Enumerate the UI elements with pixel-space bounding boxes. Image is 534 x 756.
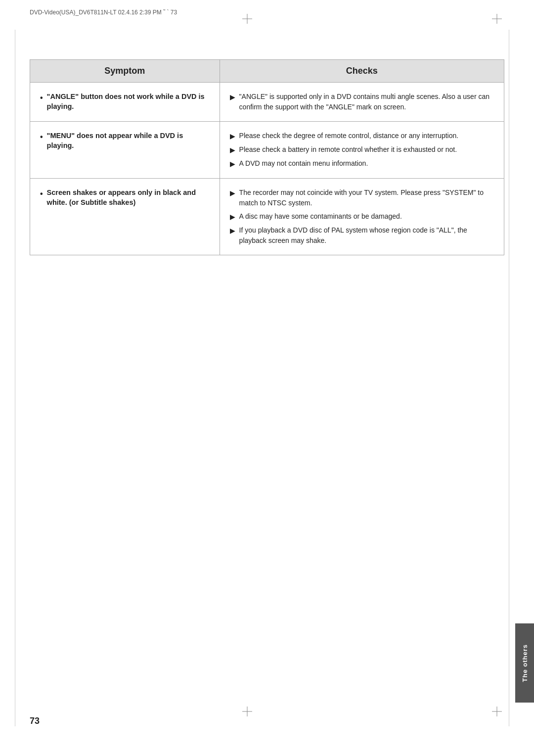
table-row: •"MENU" does not appear while a DVD is p… xyxy=(30,122,504,179)
symptom-text: "ANGLE" button does not work while a DVD… xyxy=(47,92,210,112)
bullet-icon: • xyxy=(40,93,43,103)
arrow-icon: ▶ xyxy=(230,92,235,102)
bullet-icon: • xyxy=(40,189,43,199)
arrow-icon: ▶ xyxy=(230,131,235,142)
checks-cell-2: ▶The recorder may not coincide with your… xyxy=(220,179,504,255)
checks-cell-1: ▶Please check the degree of remote contr… xyxy=(220,122,504,179)
arrow-icon: ▶ xyxy=(230,212,235,222)
page-number: 73 xyxy=(30,716,40,726)
right-border-line xyxy=(509,30,509,726)
check-text: If you playback a DVD disc of PAL system… xyxy=(239,225,494,246)
crosshair-top-right xyxy=(492,14,502,24)
side-tab-label: The others xyxy=(521,644,529,682)
symptom-cell-1: •"MENU" does not appear while a DVD is p… xyxy=(30,122,220,179)
check-text: Please check a battery in remote control… xyxy=(239,144,494,155)
table-row: •Screen shakes or appears only in black … xyxy=(30,179,504,255)
arrow-icon: ▶ xyxy=(230,159,235,169)
checks-header: Checks xyxy=(220,60,504,83)
table-row: •"ANGLE" button does not work while a DV… xyxy=(30,83,504,122)
check-item: ▶Please check a battery in remote contro… xyxy=(230,144,494,155)
page-header: DVD-Video(USA)_DV6T811N-LT 02.4.16 2:39 … xyxy=(30,9,494,16)
symptom-item: •Screen shakes or appears only in black … xyxy=(40,188,210,208)
side-tab: The others xyxy=(515,623,534,703)
left-border-line xyxy=(15,30,15,726)
check-item: ▶"ANGLE" is supported only in a DVD cont… xyxy=(230,92,494,112)
check-item: ▶A DVD may not contain menu information. xyxy=(230,158,494,169)
main-content: Symptom Checks •"ANGLE" button does not … xyxy=(30,59,504,255)
bullet-icon: • xyxy=(40,132,43,142)
crosshair-top xyxy=(242,14,252,24)
header-text: DVD-Video(USA)_DV6T811N-LT 02.4.16 2:39 … xyxy=(30,9,494,16)
symptom-item: •"MENU" does not appear while a DVD is p… xyxy=(40,131,210,151)
troubleshooting-table: Symptom Checks •"ANGLE" button does not … xyxy=(30,59,504,255)
check-text: "ANGLE" is supported only in a DVD conta… xyxy=(239,92,494,112)
crosshair-bottom xyxy=(242,707,252,716)
arrow-icon: ▶ xyxy=(230,188,235,198)
symptom-cell-2: •Screen shakes or appears only in black … xyxy=(30,179,220,255)
symptom-cell-0: •"ANGLE" button does not work while a DV… xyxy=(30,83,220,122)
symptom-header: Symptom xyxy=(30,60,220,83)
symptom-text: Screen shakes or appears only in black a… xyxy=(47,188,210,208)
check-item: ▶A disc may have some contaminants or be… xyxy=(230,211,494,222)
symptom-text: "MENU" does not appear while a DVD is pl… xyxy=(47,131,210,151)
check-text: The recorder may not coincide with your … xyxy=(239,188,494,208)
check-text: Please check the degree of remote contro… xyxy=(239,131,494,141)
check-text: A DVD may not contain menu information. xyxy=(239,158,494,169)
check-item: ▶Please check the degree of remote contr… xyxy=(230,131,494,142)
arrow-icon: ▶ xyxy=(230,145,235,155)
check-item: ▶The recorder may not coincide with your… xyxy=(230,188,494,208)
checks-cell-0: ▶"ANGLE" is supported only in a DVD cont… xyxy=(220,83,504,122)
check-text: A disc may have some contaminants or be … xyxy=(239,211,494,222)
crosshair-bottom-right xyxy=(492,707,502,716)
check-item: ▶If you playback a DVD disc of PAL syste… xyxy=(230,225,494,246)
arrow-icon: ▶ xyxy=(230,226,235,236)
symptom-item: •"ANGLE" button does not work while a DV… xyxy=(40,92,210,112)
